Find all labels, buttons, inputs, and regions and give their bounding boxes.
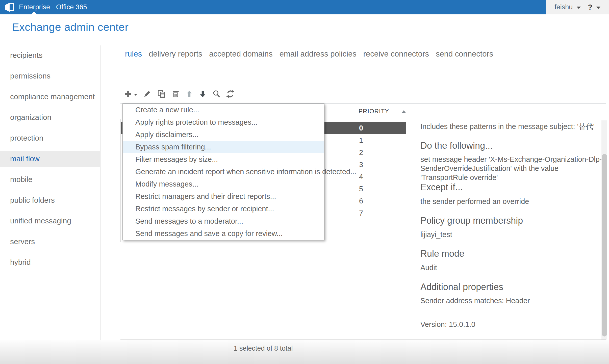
detail-additional-properties-value: Sender address matches: Header: [420, 296, 601, 305]
menu-item-bypass-spam-filtering[interactable]: Bypass spam filtering...: [123, 141, 324, 153]
search-button[interactable]: [212, 90, 221, 98]
menu-item-restrict-messages-by-sender-or-recipient[interactable]: Restrict messages by sender or recipient…: [123, 203, 324, 215]
table-row-5-priority[interactable]: 5: [359, 183, 389, 195]
edit-icon: [143, 89, 152, 98]
detail-subject-summary: Includes these patterns in the message s…: [420, 122, 601, 131]
tab-send-connectors[interactable]: send connectors: [436, 49, 493, 59]
tab-receive-connectors[interactable]: receive connectors: [363, 49, 429, 59]
sidebar-item-protection[interactable]: protection: [0, 130, 100, 146]
delete-button[interactable]: [171, 90, 180, 98]
detail-heading-except-if: Except if...: [420, 182, 597, 193]
details-scrollbar-thumb[interactable]: [602, 154, 607, 336]
edit-button[interactable]: [143, 89, 152, 98]
menu-item-send-messages-and-save-a-copy[interactable]: Send messages and save a copy for review…: [123, 227, 324, 240]
move-up-button[interactable]: [185, 90, 193, 98]
topbar-account-area: feishu ?: [546, 0, 609, 14]
detail-rule-mode-value: Audit: [420, 263, 601, 272]
exchange-admin-center-window: Enterprise Office 365 feishu ? Exchange …: [0, 0, 609, 364]
user-menu-caret-icon[interactable]: [577, 7, 581, 9]
add-menu-caret-icon: [134, 94, 137, 96]
priority-column-divider: [354, 103, 354, 119]
move-down-icon: [199, 90, 207, 98]
list-bottom-border: [120, 340, 606, 340]
table-row-0-priority[interactable]: 0: [359, 122, 389, 134]
tab-rules[interactable]: rules: [125, 49, 142, 59]
priority-column-header[interactable]: PRIORITY: [359, 103, 389, 119]
detail-heading-policy-group-membership: Policy group membership: [420, 215, 597, 226]
sidebar-item-organization[interactable]: organization: [0, 109, 100, 125]
copy-icon: [157, 89, 166, 98]
detail-version: Version: 15.0.1.0: [420, 320, 601, 329]
sidebar-item-compliance-management[interactable]: compliance management: [0, 89, 100, 105]
sidebar-divider: [100, 45, 100, 358]
move-down-button[interactable]: [199, 90, 207, 98]
list-left-border: [120, 119, 121, 242]
detail-exception-text: the sender performed an override: [420, 197, 601, 206]
sidebar-item-mobile[interactable]: mobile: [0, 171, 100, 188]
table-row-3-priority[interactable]: 3: [359, 159, 389, 171]
sidebar-item-hybrid[interactable]: hybrid: [0, 254, 100, 270]
menu-item-restrict-managers[interactable]: Restrict managers and their direct repor…: [123, 190, 324, 203]
menu-item-generate-incident-report[interactable]: Generate an incident report when sensiti…: [123, 166, 324, 178]
menu-item-apply-rights-protection[interactable]: Apply rights protection to messages...: [123, 116, 324, 128]
table-row-6-priority[interactable]: 6: [359, 195, 389, 207]
sidebar-item-servers[interactable]: servers: [0, 233, 100, 250]
page-title: Exchange admin center: [12, 21, 129, 33]
detail-heading-do-the-following: Do the following...: [420, 140, 597, 151]
tab-email-address-policies[interactable]: email address policies: [280, 49, 357, 59]
user-menu-label[interactable]: feishu: [554, 3, 573, 11]
add-icon: [124, 90, 132, 98]
menu-item-send-messages-to-a-moderator[interactable]: Send messages to a moderator...: [123, 215, 324, 227]
active-nav-notch: [31, 12, 37, 14]
topnav-office-365[interactable]: Office 365: [56, 0, 87, 14]
menu-item-create-a-new-rule[interactable]: Create a new rule...: [123, 104, 324, 116]
add-rule-dropdown-menu: Create a new rule... Apply rights protec…: [122, 103, 324, 240]
office-logo-icon[interactable]: [4, 2, 16, 13]
rules-toolbar: [124, 88, 235, 99]
refresh-button[interactable]: [226, 90, 235, 98]
detail-policy-group-value: lijiayi_test: [420, 230, 601, 239]
detail-heading-additional-properties: Additional properties: [420, 282, 597, 292]
add-button[interactable]: [124, 90, 137, 98]
tab-delivery-reports[interactable]: delivery reports: [149, 49, 202, 59]
tab-accepted-domains[interactable]: accepted domains: [209, 49, 273, 59]
help-button[interactable]: ?: [588, 3, 592, 11]
table-row-1-priority[interactable]: 1: [359, 134, 389, 146]
refresh-icon: [226, 90, 235, 98]
table-row-4-priority[interactable]: 4: [359, 171, 389, 183]
detail-heading-rule-mode: Rule mode: [420, 248, 597, 259]
sidebar-item-mail-flow[interactable]: mail flow: [0, 151, 100, 167]
copy-button[interactable]: [157, 89, 166, 98]
sidebar-item-unified-messaging[interactable]: unified messaging: [0, 213, 100, 229]
sort-ascending-icon: [401, 110, 406, 113]
menu-item-modify-messages[interactable]: Modify messages...: [123, 178, 324, 190]
mail-flow-tabs: rules delivery reports accepted domains …: [125, 49, 493, 59]
move-up-icon: [185, 90, 193, 98]
detail-action-text: set message header 'X-Ms-Exchange-Organi…: [420, 155, 601, 182]
help-menu-caret-icon[interactable]: [596, 7, 600, 9]
search-icon: [212, 90, 221, 98]
selection-status-text: 1 selected of 8 total: [120, 345, 406, 352]
table-row-7-priority[interactable]: 7: [359, 207, 389, 219]
sidebar-nav: recipients permissions compliance manage…: [0, 47, 100, 275]
table-row-2-priority[interactable]: 2: [359, 146, 389, 159]
menu-item-apply-disclaimers[interactable]: Apply disclaimers...: [123, 128, 324, 141]
top-navigation-bar: Enterprise Office 365: [0, 0, 609, 14]
rule-details-pane: Includes these patterns in the message s…: [406, 103, 601, 340]
sidebar-item-permissions[interactable]: permissions: [0, 68, 100, 84]
menu-item-filter-messages-by-size[interactable]: Filter messages by size...: [123, 153, 324, 166]
delete-icon: [171, 90, 180, 98]
sidebar-item-recipients[interactable]: recipients: [0, 47, 100, 63]
sidebar-item-public-folders[interactable]: public folders: [0, 192, 100, 208]
